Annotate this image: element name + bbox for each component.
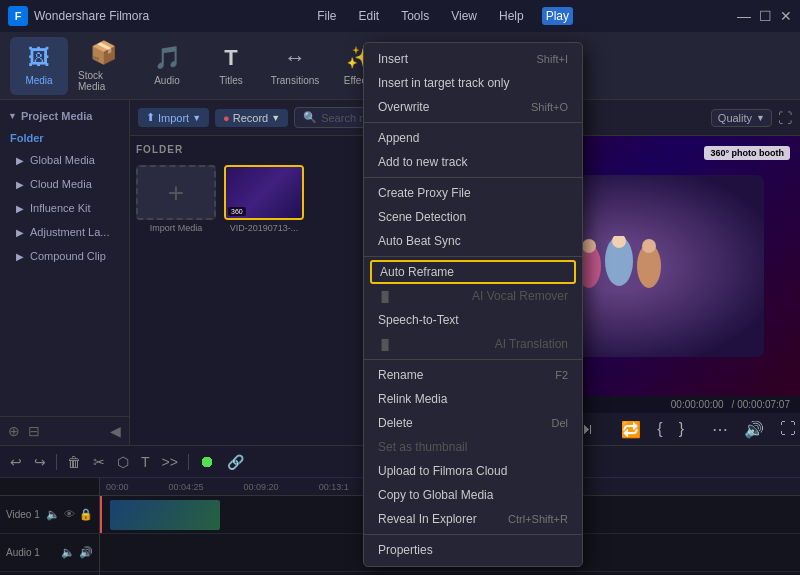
folder-active-label[interactable]: Folder [0,128,129,148]
maximize-btn[interactable]: ☐ [759,8,772,24]
tl-text-btn[interactable]: T [139,452,152,472]
menu-bar: File Edit Tools View Help Play [313,7,573,25]
tl-delete-btn[interactable]: 🗑 [65,452,83,472]
minimize-btn[interactable]: — [737,8,751,24]
video-thumb[interactable]: 360 [224,165,304,220]
ctx-vocal-label: AI Vocal Remover [472,289,568,303]
sidebar-item-cloud[interactable]: ▶ Cloud Media [0,172,129,196]
ctx-append[interactable]: Append [364,126,582,150]
tool-media[interactable]: 🖼 Media [10,37,68,95]
ctx-relink[interactable]: Relink Media [364,387,582,411]
video-media-item[interactable]: 360 VID-20190713-... [224,165,304,233]
menu-view[interactable]: View [447,7,481,25]
tool-audio[interactable]: 🎵 Audio [138,37,196,95]
menu-help[interactable]: Help [495,7,528,25]
video-mute-icon[interactable]: 🔈 [46,508,60,521]
ctx-auto-reframe[interactable]: Auto Reframe [370,260,576,284]
ctx-scene[interactable]: Scene Detection [364,205,582,229]
tl-cut-btn[interactable]: ✂ [91,452,107,472]
video-lock-icon[interactable]: 👁 [64,508,75,521]
menu-edit[interactable]: Edit [354,7,383,25]
menu-tools[interactable]: Tools [397,7,433,25]
video-badge: 360 [228,207,246,216]
ctx-overwrite-shortcut: Shift+O [531,101,568,113]
tl-more-btn[interactable]: >> [160,452,180,472]
record-button[interactable]: ● Record ▼ [215,109,288,127]
transitions-icon: ↔ [284,45,306,71]
loop-btn[interactable]: 🔁 [617,418,645,441]
adjustment-icon: ▶ [16,227,24,238]
logo-area: F Wondershare Filmora [8,6,149,26]
ctx-upload[interactable]: Upload to Filmora Cloud [364,459,582,483]
title-bar: F Wondershare Filmora File Edit Tools Vi… [0,0,800,32]
tl-redo-btn[interactable]: ↪ [32,452,48,472]
ctx-insert[interactable]: Insert Shift+I [364,47,582,71]
ctx-speech[interactable]: Speech-to-Text [364,308,582,332]
ctx-delete[interactable]: Delete Del [364,411,582,435]
video-hide-icon[interactable]: 🔒 [79,508,93,521]
tool-stock-media[interactable]: 📦 Stock Media [74,37,132,95]
sidebar-item-adjustment[interactable]: ▶ Adjustment La... [0,220,129,244]
sidebar-bottom-icon2[interactable]: ⊟ [28,423,40,439]
ctx-copy-global-label: Copy to Global Media [378,488,493,502]
ctx-properties[interactable]: Properties [364,538,582,562]
menu-play[interactable]: Play [542,7,573,25]
tool-transitions[interactable]: ↔ Transitions [266,37,324,95]
video-clip[interactable] [110,500,220,530]
ctx-rename[interactable]: Rename F2 [364,363,582,387]
ctx-proxy-label: Create Proxy File [378,186,471,200]
ctx-reveal[interactable]: Reveal In Explorer Ctrl+Shift+R [364,507,582,531]
tl-record-btn[interactable]: ⏺ [197,451,217,473]
clip-end-btn[interactable]: } [675,418,688,440]
ctx-beat[interactable]: Auto Beat Sync [364,229,582,253]
ctx-thumbnail: Set as thumbnail [364,435,582,459]
influence-icon: ▶ [16,203,24,214]
video-track-label: Video 1 🔈 👁 🔒 [0,496,99,534]
window-controls: — ☐ ✕ [737,8,792,24]
import-media-item[interactable]: + Import Media [136,165,216,233]
collapse-arrow[interactable]: ▼ [8,111,17,121]
tool-titles[interactable]: T Titles [202,37,260,95]
tl-crop-btn[interactable]: ⬡ [115,452,131,472]
audio-track-name: Audio 1 [6,547,40,558]
ctx-copy-global[interactable]: Copy to Global Media [364,483,582,507]
clip-start-btn[interactable]: { [653,418,666,440]
ctx-proxy[interactable]: Create Proxy File [364,181,582,205]
ctx-sep1 [364,122,582,123]
audio-vol-icon[interactable]: 🔊 [79,546,93,559]
ctx-sep4 [364,359,582,360]
ctx-auto-reframe-label: Auto Reframe [380,265,454,279]
audio-icon: 🎵 [154,45,181,71]
ctx-insert-track[interactable]: Insert in target track only [364,71,582,95]
timecode-total: / 00:00:07:07 [732,399,790,410]
stock-label: Stock Media [78,70,128,92]
tl-link-btn[interactable]: 🔗 [225,452,246,472]
close-btn[interactable]: ✕ [780,8,792,24]
ctx-add-track[interactable]: Add to new track [364,150,582,174]
import-placeholder-thumb[interactable]: + [136,165,216,220]
ctx-overwrite[interactable]: Overwrite Shift+O [364,95,582,119]
ruler-mark-0: 00:00 [106,482,129,492]
sidebar-item-global[interactable]: ▶ Global Media [0,148,129,172]
sidebar-item-compound[interactable]: ▶ Compound Clip [0,244,129,268]
sidebar-item-influence[interactable]: ▶ Influence Kit [0,196,129,220]
ctx-add-track-label: Add to new track [378,155,467,169]
preview-fullscreen-icon[interactable]: ⛶ [778,110,792,126]
audio-mute-icon[interactable]: 🔈 [61,546,75,559]
ctx-upload-label: Upload to Filmora Cloud [378,464,507,478]
video-media-name: VID-20190713-... [230,223,299,233]
ctx-properties-label: Properties [378,543,433,557]
sidebar-collapse-btn[interactable]: ◀ [110,423,121,439]
sidebar-bottom-icon1[interactable]: ⊕ [8,423,20,439]
ctx-insert-track-label: Insert in target track only [378,76,509,90]
vol-btn[interactable]: 🔊 [740,418,768,441]
tl-undo-btn[interactable]: ↩ [8,452,24,472]
menu-file[interactable]: File [313,7,340,25]
fullscreen-btn[interactable]: ⛶ [776,418,800,440]
import-button[interactable]: ⬆ Import ▼ [138,108,209,127]
ctx-insert-shortcut: Shift+I [537,53,569,65]
ctx-rename-label: Rename [378,368,423,382]
more-btn[interactable]: ⋯ [708,418,732,441]
quality-select[interactable]: Quality ▼ [711,109,772,127]
context-menu: Insert Shift+I Insert in target track on… [363,42,583,567]
